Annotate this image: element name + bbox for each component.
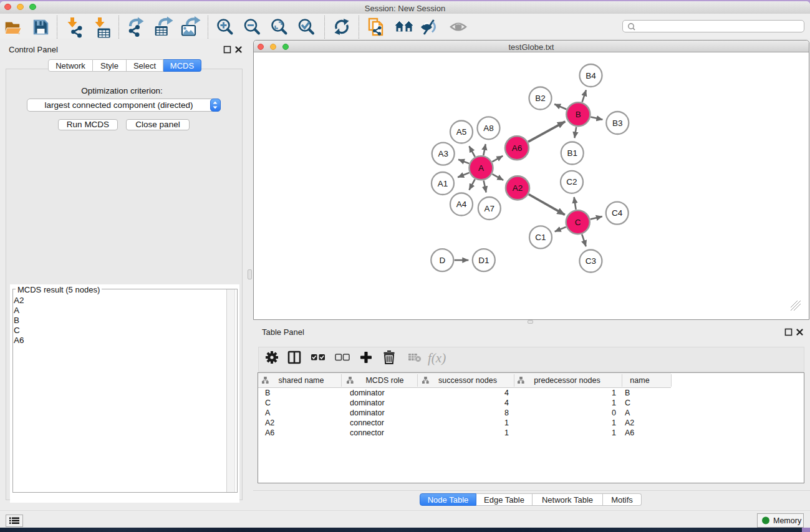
- svg-text:C2: C2: [566, 177, 577, 186]
- svg-text:B2: B2: [535, 94, 546, 103]
- svg-text:f(x): f(x): [428, 351, 446, 365]
- svg-text:A3: A3: [438, 149, 448, 158]
- svg-text:C3: C3: [586, 256, 596, 266]
- svg-text:B4: B4: [586, 71, 596, 80]
- svg-text:A: A: [478, 163, 484, 173]
- svg-text:A7: A7: [485, 204, 495, 213]
- svg-text:C: C: [575, 218, 581, 227]
- svg-text:A6: A6: [512, 143, 523, 153]
- svg-text:D1: D1: [478, 256, 489, 265]
- svg-text:B1: B1: [567, 148, 577, 158]
- svg-text:A4: A4: [456, 200, 467, 209]
- svg-text:A2: A2: [513, 183, 523, 193]
- svg-text:C1: C1: [535, 233, 546, 242]
- svg-text:A5: A5: [456, 127, 467, 137]
- svg-text:A1: A1: [438, 179, 448, 188]
- svg-text:A8: A8: [483, 123, 494, 133]
- svg-text:B3: B3: [612, 118, 623, 128]
- svg-text:D: D: [439, 256, 445, 265]
- svg-text:C4: C4: [612, 208, 623, 218]
- svg-text:B: B: [576, 110, 581, 119]
